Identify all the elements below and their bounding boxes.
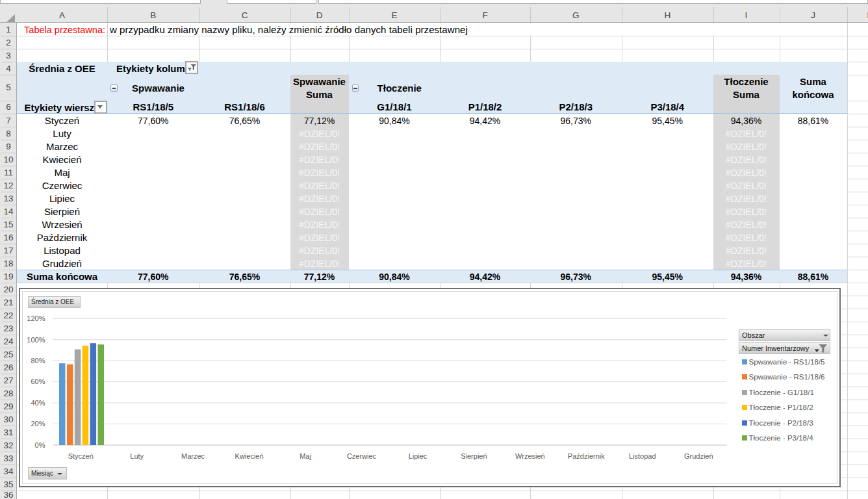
svg-text:Luty: Luty: [130, 452, 144, 460]
svg-text:20%: 20%: [31, 420, 45, 428]
svg-text:0%: 0%: [34, 441, 45, 449]
svg-text:Wrzesień: Wrzesień: [515, 452, 545, 460]
svg-text:40%: 40%: [31, 399, 45, 407]
svg-text:100%: 100%: [27, 336, 45, 344]
svg-text:80%: 80%: [31, 357, 45, 365]
svg-text:Lipiec: Lipiec: [408, 452, 427, 460]
svg-text:Maj: Maj: [300, 452, 311, 460]
svg-text:Listopad: Listopad: [629, 452, 656, 460]
svg-text:Sierpień: Sierpień: [461, 452, 487, 460]
svg-text:Czerwiec: Czerwiec: [346, 452, 376, 460]
svg-text:Kwiecień: Kwiecień: [235, 452, 263, 460]
svg-text:Styczeń: Styczeń: [68, 452, 93, 460]
svg-text:Marzec: Marzec: [181, 452, 205, 460]
svg-text:Październik: Październik: [567, 452, 604, 460]
svg-text:Grudzień: Grudzień: [683, 452, 713, 460]
svg-text:120%: 120%: [27, 314, 45, 322]
svg-text:60%: 60%: [31, 377, 45, 385]
